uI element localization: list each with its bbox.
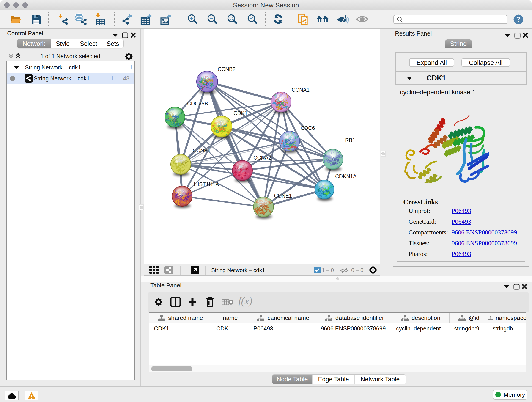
- svg-text:HIST1H1A: HIST1H1A: [194, 181, 219, 187]
- svg-text:CCNA2: CCNA2: [253, 155, 271, 161]
- svg-text:CDK1: CDK1: [234, 110, 247, 116]
- svg-text:CDC25B: CDC25B: [187, 101, 208, 107]
- svg-text:CDKN1A: CDKN1A: [335, 173, 357, 179]
- svg-text:?: ?: [516, 15, 521, 23]
- svg-text:CCNE1: CCNE1: [274, 193, 292, 199]
- svg-text:CCNB1: CCNB1: [193, 148, 210, 153]
- svg-text:RB1: RB1: [345, 137, 355, 143]
- svg-text:CDC6: CDC6: [301, 125, 315, 131]
- svg-text:CCNA1: CCNA1: [292, 87, 310, 93]
- svg-text:CCNB2: CCNB2: [218, 66, 235, 72]
